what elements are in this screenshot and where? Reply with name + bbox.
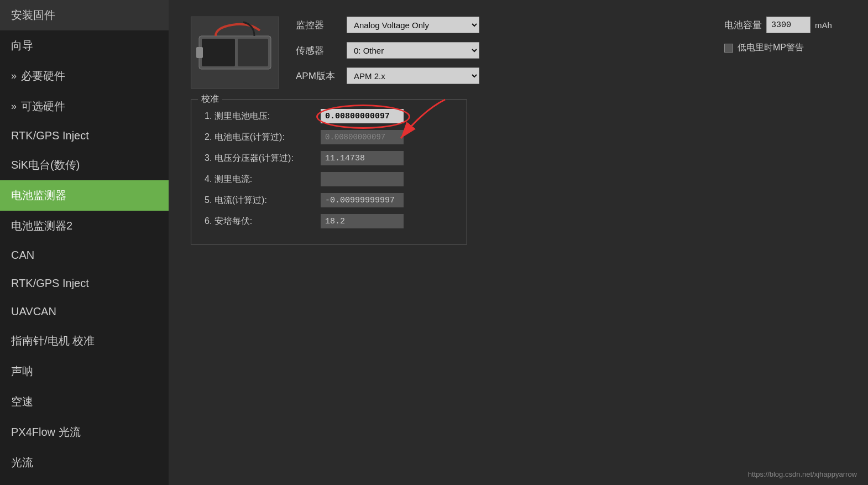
calibration-area: 校准 1. 测里电池电压:2. 电池电压(计算过):3. 电压分压器(计算过):… — [191, 100, 846, 244]
calib-row-2: 2. 电池电压(计算过): — [205, 130, 453, 144]
calibration-section: 校准 1. 测里电池电压:2. 电池电压(计算过):3. 电压分压器(计算过):… — [191, 100, 467, 244]
apm-row: APM版本 APM 2.xPX4 / Pixhawk — [296, 67, 708, 84]
sidebar-item-airspeed[interactable]: 空速 — [0, 387, 169, 417]
capacity-unit: mAh — [815, 20, 832, 30]
sidebar-item-battery-monitor2[interactable]: 电池监测器2 — [0, 211, 169, 241]
sidebar-item-sonar[interactable]: 声呐 — [0, 356, 169, 387]
sensor-label: 传感器 — [296, 44, 340, 57]
apm-label: APM版本 — [296, 70, 340, 82]
sidebar-item-compass-motor[interactable]: 指南针/电机 校准 — [0, 326, 169, 356]
calib-input-1[interactable] — [321, 109, 404, 123]
svg-rect-2 — [238, 39, 268, 66]
calib-label-1: 1. 测里电池电压: — [205, 111, 315, 122]
low-battery-checkbox[interactable] — [724, 44, 733, 53]
monitor-select[interactable]: Analog Voltage OnlyAnalog Voltage and Cu… — [347, 17, 479, 33]
monitor-label: 监控器 — [296, 19, 340, 32]
calib-input-4[interactable] — [321, 172, 404, 186]
battery-image — [191, 17, 279, 88]
calib-input-5[interactable] — [321, 193, 404, 207]
calib-label-6: 6. 安培每伏: — [205, 216, 315, 227]
sidebar-item-battery-monitor[interactable]: 电池监测器 — [0, 180, 169, 211]
calib-row-6: 6. 安培每伏: — [205, 214, 453, 228]
capacity-label: 电池容量 — [724, 19, 762, 32]
calib-input-6[interactable] — [321, 214, 404, 228]
capacity-input[interactable] — [766, 17, 811, 33]
main-content: 监控器 Analog Voltage OnlyAnalog Voltage an… — [169, 0, 868, 485]
sidebar-item-install-firmware[interactable]: 安装固件 — [0, 0, 169, 30]
sidebar-item-px4flow[interactable]: PX4Flow 光流 — [0, 417, 169, 447]
sidebar-item-rtk-gps-inject-1[interactable]: RTK/GPS Inject — [0, 122, 169, 150]
sensor-select[interactable]: 0: Other1: APM2 Non-3DR Pixhawk2: 3DR Po… — [347, 42, 479, 59]
config-row: 监控器 Analog Voltage OnlyAnalog Voltage an… — [191, 17, 846, 88]
sidebar-item-sik-radio[interactable]: SiK电台(数传) — [0, 150, 169, 180]
low-battery-row: 低电里时MP警告 — [724, 42, 846, 54]
calib-label-3: 3. 电压分压器(计算过): — [205, 153, 315, 164]
calib-input-3[interactable] — [321, 151, 404, 165]
sensor-row: 传感器 0: Other1: APM2 Non-3DR Pixhawk2: 3D… — [296, 42, 708, 59]
apm-select[interactable]: APM 2.xPX4 / Pixhawk — [347, 67, 479, 84]
calibration-title: 校准 — [198, 93, 222, 105]
svg-rect-1 — [202, 39, 235, 66]
calib-input-wrapper-highlighted — [321, 109, 404, 123]
sidebar-item-wizard[interactable]: 向导 — [0, 30, 169, 61]
sidebar-item-required-hardware[interactable]: 必要硬件 — [0, 61, 169, 91]
monitor-row: 监控器 Analog Voltage OnlyAnalog Voltage an… — [296, 17, 708, 33]
sidebar-item-uavcan[interactable]: UAVCAN — [0, 298, 169, 326]
calib-row-1: 1. 测里电池电压: — [205, 109, 453, 123]
calib-row-4: 4. 测里电流: — [205, 172, 453, 186]
calib-input-2[interactable] — [321, 130, 404, 144]
sidebar: 安装固件向导必要硬件可选硬件RTK/GPS InjectSiK电台(数传)电池监… — [0, 0, 169, 485]
low-battery-label: 低电里时MP警告 — [738, 42, 804, 54]
sidebar-item-optional-hardware[interactable]: 可选硬件 — [0, 91, 169, 122]
calib-row-3: 3. 电压分压器(计算过): — [205, 151, 453, 165]
sidebar-item-rtk-gps-inject-2[interactable]: RTK/GPS Inject — [0, 269, 169, 298]
right-config: 电池容量 mAh 低电里时MP警告 — [724, 17, 846, 54]
watermark: https://blog.csdn.net/xjhappyarrow — [748, 470, 857, 478]
calib-label-5: 5. 电流(计算过): — [205, 195, 315, 206]
capacity-row: 电池容量 mAh — [724, 17, 846, 33]
calib-label-4: 4. 测里电流: — [205, 174, 315, 185]
config-fields: 监控器 Analog Voltage OnlyAnalog Voltage an… — [296, 17, 708, 84]
calib-row-5: 5. 电流(计算过): — [205, 193, 453, 207]
svg-rect-3 — [196, 47, 203, 58]
sidebar-item-can[interactable]: CAN — [0, 241, 169, 269]
sidebar-item-optical-flow[interactable]: 光流 — [0, 447, 169, 478]
calib-label-2: 2. 电池电压(计算过): — [205, 132, 315, 143]
